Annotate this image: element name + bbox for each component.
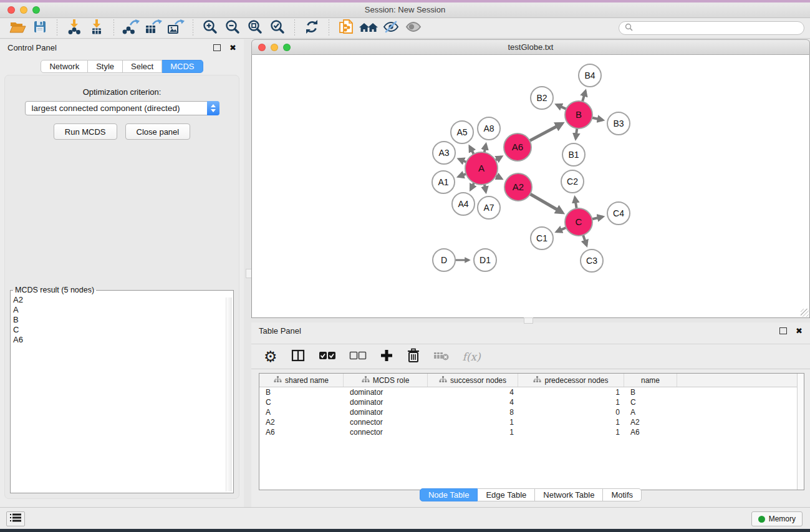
- table-cell[interactable]: connector: [344, 428, 428, 437]
- table-cell[interactable]: A6: [259, 428, 344, 437]
- close-table-panel-icon[interactable]: ✖: [796, 327, 803, 335]
- window-resize-grip[interactable]: [801, 309, 809, 317]
- graph-node-A7[interactable]: A7: [478, 196, 500, 219]
- tab-node-table[interactable]: Node Table: [420, 488, 478, 501]
- graph-node-C1[interactable]: C1: [531, 227, 553, 249]
- table-row[interactable]: A2connector11A2: [259, 417, 804, 427]
- table-cell[interactable]: 1: [518, 428, 624, 437]
- graph-node-C4[interactable]: C4: [607, 202, 630, 225]
- settings-gear-button[interactable]: ⚙: [264, 349, 277, 364]
- table-row[interactable]: Bdominator41B: [259, 387, 804, 397]
- delete-table-button[interactable]: [433, 349, 450, 364]
- mcds-result-item[interactable]: B: [13, 315, 232, 325]
- graph-edge-A6-B[interactable]: [529, 123, 562, 142]
- graph-node-C3[interactable]: C3: [581, 249, 603, 272]
- zoom-selected-button[interactable]: [266, 19, 289, 37]
- column-header-predecessor-nodes[interactable]: predecessor nodes: [518, 374, 624, 387]
- import-network-button[interactable]: [63, 19, 85, 37]
- memory-button[interactable]: Memory: [751, 511, 803, 526]
- search-field[interactable]: [619, 21, 804, 35]
- float-panel-icon[interactable]: [213, 44, 221, 51]
- eye-button[interactable]: [402, 19, 425, 37]
- graph-node-A8[interactable]: A8: [478, 117, 500, 140]
- network-canvas[interactable]: AA6A2BCA1A3A4A5A7A8B1B2B3B4C1C2C3C4DD1: [251, 55, 810, 318]
- graph-node-A1[interactable]: A1: [432, 171, 455, 193]
- table-cell[interactable]: A2: [624, 418, 677, 427]
- table-cell[interactable]: B: [624, 388, 677, 397]
- graph-node-A[interactable]: A: [465, 152, 498, 185]
- tab-select[interactable]: Select: [123, 60, 162, 73]
- export-table-button[interactable]: [142, 19, 165, 37]
- column-layout-button[interactable]: [291, 348, 306, 365]
- zoom-in-button[interactable]: [199, 19, 221, 37]
- table-cell[interactable]: dominator: [344, 398, 428, 407]
- eye-slash-button[interactable]: [380, 19, 402, 37]
- close-panel-icon[interactable]: ✖: [229, 44, 236, 52]
- table-cell[interactable]: 8: [428, 408, 518, 417]
- mcds-result-item[interactable]: A2: [13, 295, 232, 305]
- add-column-button[interactable]: [380, 349, 393, 365]
- column-header-successor-nodes[interactable]: successor nodes: [428, 374, 518, 387]
- table-cell[interactable]: 4: [428, 388, 518, 397]
- tab-style[interactable]: Style: [88, 60, 123, 73]
- tab-network-table[interactable]: Network Table: [535, 488, 603, 501]
- table-scrollbar[interactable]: [797, 374, 804, 490]
- table-cell[interactable]: 0: [518, 408, 624, 417]
- export-network-button[interactable]: [120, 19, 142, 37]
- column-header-name[interactable]: name: [624, 374, 677, 387]
- table-cell[interactable]: A: [624, 408, 677, 417]
- table-cell[interactable]: dominator: [344, 388, 428, 397]
- delete-column-button[interactable]: [407, 348, 420, 365]
- float-table-panel-icon[interactable]: [779, 327, 787, 334]
- deselect-all-checkbox-button[interactable]: [349, 349, 367, 364]
- horizontal-split-grip[interactable]: [524, 317, 533, 324]
- tab-motifs[interactable]: Motifs: [603, 488, 642, 501]
- graph-node-D[interactable]: D: [433, 249, 455, 271]
- table-cell[interactable]: 4: [428, 398, 518, 407]
- graph-node-B2[interactable]: B2: [531, 87, 553, 109]
- mcds-result-item[interactable]: A6: [13, 335, 232, 345]
- tab-edge-table[interactable]: Edge Table: [478, 488, 535, 501]
- table-cell[interactable]: dominator: [344, 408, 428, 417]
- graph-node-B4[interactable]: B4: [579, 64, 601, 87]
- table-cell[interactable]: A: [259, 408, 344, 417]
- table-cell[interactable]: C: [259, 398, 344, 407]
- table-cell[interactable]: connector: [344, 418, 428, 427]
- table-cell[interactable]: B: [259, 388, 344, 397]
- export-image-button[interactable]: [165, 19, 187, 37]
- select-all-checkbox-button[interactable]: [319, 349, 336, 364]
- graph-node-B[interactable]: B: [565, 101, 592, 128]
- table-row[interactable]: Cdominator41C: [259, 397, 804, 407]
- tab-network[interactable]: Network: [41, 60, 88, 73]
- network-graph[interactable]: AA6A2BCA1A3A4A5A7A8B1B2B3B4C1C2C3C4DD1: [252, 55, 809, 317]
- graph-node-C[interactable]: C: [565, 208, 592, 236]
- column-header-shared-name[interactable]: shared name: [259, 374, 344, 387]
- run-mcds-button[interactable]: Run MCDS: [54, 123, 117, 140]
- graph-node-A3[interactable]: A3: [433, 142, 455, 164]
- search-input[interactable]: [637, 23, 798, 33]
- table-cell[interactable]: 1: [428, 428, 518, 437]
- criterion-dropdown[interactable]: largest connected component (directed): [25, 101, 219, 115]
- task-history-button[interactable]: [6, 511, 25, 526]
- mcds-result-item[interactable]: A: [13, 305, 232, 315]
- graph-node-A2[interactable]: A2: [504, 173, 532, 201]
- zoom-out-button[interactable]: [221, 19, 244, 37]
- table-cell[interactable]: A2: [259, 418, 344, 427]
- graph-node-A4[interactable]: A4: [452, 193, 475, 215]
- network-document-button[interactable]: [335, 19, 357, 37]
- graph-node-B1[interactable]: B1: [562, 143, 585, 166]
- zoom-fit-button[interactable]: [244, 19, 266, 37]
- table-cell[interactable]: 1: [518, 388, 624, 397]
- table-cell[interactable]: C: [624, 398, 677, 407]
- graph-node-A6[interactable]: A6: [504, 133, 531, 161]
- tab-mcds[interactable]: MCDS: [162, 60, 203, 73]
- graph-node-C2[interactable]: C2: [561, 170, 584, 193]
- graph-edge-A2-C[interactable]: [529, 193, 562, 213]
- import-table-button[interactable]: [85, 19, 108, 37]
- save-session-button[interactable]: [29, 19, 51, 37]
- mcds-list-scrollbar[interactable]: [226, 297, 232, 491]
- apply-layout-button[interactable]: [301, 19, 323, 37]
- function-builder-button[interactable]: f(x): [463, 351, 481, 363]
- table-cell[interactable]: 1: [428, 418, 518, 427]
- table-cell[interactable]: 1: [518, 418, 624, 427]
